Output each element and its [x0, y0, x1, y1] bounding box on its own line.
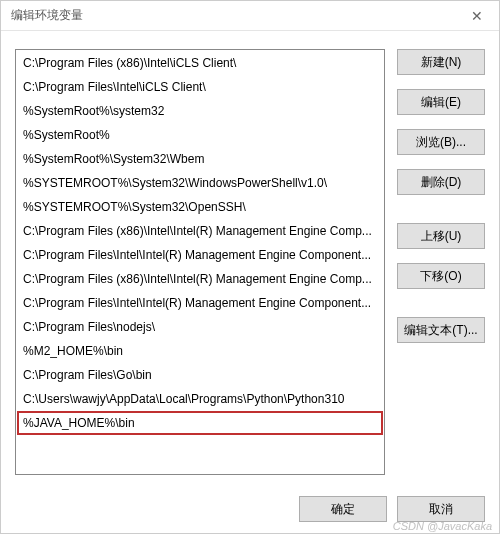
edit-button[interactable]: 编辑(E) [397, 89, 485, 115]
titlebar: 编辑环境变量 ✕ [1, 1, 499, 31]
move-up-button[interactable]: 上移(U) [397, 223, 485, 249]
list-item[interactable]: %SYSTEMROOT%\System32\OpenSSH\ [17, 195, 383, 219]
dialog-body: C:\Program Files (x86)\Intel\iCLS Client… [1, 31, 499, 485]
list-item[interactable]: C:\Program Files (x86)\Intel\iCLS Client… [17, 51, 383, 75]
delete-button[interactable]: 删除(D) [397, 169, 485, 195]
list-item[interactable]: C:\Program Files (x86)\Intel\Intel(R) Ma… [17, 219, 383, 243]
move-down-button[interactable]: 下移(O) [397, 263, 485, 289]
browse-button[interactable]: 浏览(B)... [397, 129, 485, 155]
list-item[interactable]: %M2_HOME%\bin [17, 339, 383, 363]
edit-text-button[interactable]: 编辑文本(T)... [397, 317, 485, 343]
list-item[interactable]: %SystemRoot%\System32\Wbem [17, 147, 383, 171]
list-item[interactable]: C:\Users\wawjy\AppData\Local\Programs\Py… [17, 387, 383, 411]
path-listbox[interactable]: C:\Program Files (x86)\Intel\iCLS Client… [15, 49, 385, 475]
list-item[interactable]: C:\Program Files\Intel\iCLS Client\ [17, 75, 383, 99]
list-item[interactable]: %SystemRoot% [17, 123, 383, 147]
list-item[interactable]: %SystemRoot%\system32 [17, 99, 383, 123]
button-column: 新建(N) 编辑(E) 浏览(B)... 删除(D) 上移(U) 下移(O) 编… [397, 49, 485, 475]
list-item[interactable]: C:\Program Files\nodejs\ [17, 315, 383, 339]
list-item[interactable]: C:\Program Files\Intel\Intel(R) Manageme… [17, 243, 383, 267]
dialog-window: 编辑环境变量 ✕ C:\Program Files (x86)\Intel\iC… [0, 0, 500, 534]
dialog-footer: 确定 取消 [1, 485, 499, 533]
ok-button[interactable]: 确定 [299, 496, 387, 522]
close-icon: ✕ [471, 8, 483, 24]
new-button[interactable]: 新建(N) [397, 49, 485, 75]
list-item[interactable]: %JAVA_HOME%\bin [17, 411, 383, 435]
list-item[interactable]: C:\Program Files\Go\bin [17, 363, 383, 387]
list-item[interactable]: C:\Program Files\Intel\Intel(R) Manageme… [17, 291, 383, 315]
close-button[interactable]: ✕ [454, 1, 499, 31]
list-item[interactable]: %SYSTEMROOT%\System32\WindowsPowerShell\… [17, 171, 383, 195]
cancel-button[interactable]: 取消 [397, 496, 485, 522]
window-title: 编辑环境变量 [11, 7, 83, 24]
list-item[interactable]: C:\Program Files (x86)\Intel\Intel(R) Ma… [17, 267, 383, 291]
